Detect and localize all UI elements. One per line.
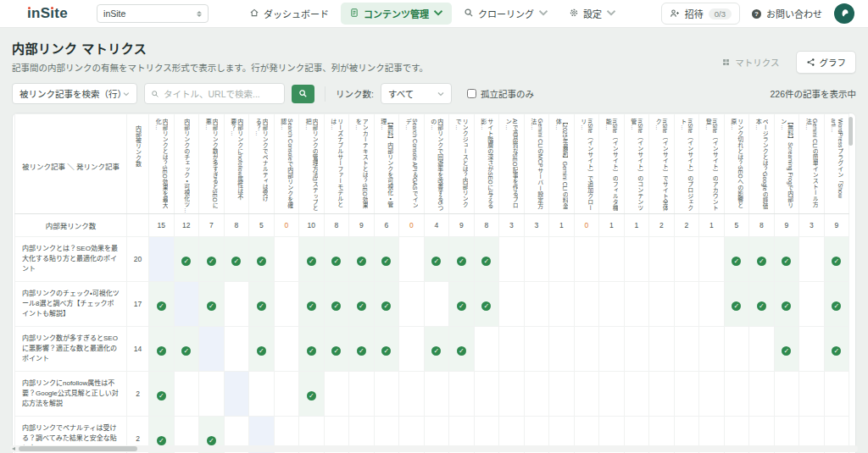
horizontal-scrollbar[interactable]	[10, 445, 858, 452]
vertical-scrollbar[interactable]	[849, 117, 853, 146]
matrix-row: 内部リンクのチェック・可視化ツール8選と調べ方【チェックポイントも解説】17✓✓…	[15, 282, 849, 327]
grid-icon	[721, 58, 731, 67]
outbound-count-value: 6	[374, 214, 399, 237]
link-cell-empty	[799, 282, 825, 327]
outbound-count-value: 1	[624, 214, 649, 237]
article-column-header[interactable]: 内部リンクにnofollow属性は不要？…	[224, 114, 249, 214]
link-cell-checked: ✓	[324, 327, 349, 372]
link-count-select[interactable]: すべて	[381, 83, 452, 104]
link-cell-checked: ✓	[724, 237, 749, 282]
link-cell-empty	[499, 237, 525, 282]
check-icon: ✓	[257, 346, 266, 356]
link-cell-empty	[674, 282, 699, 327]
nav-item-1[interactable]: コンテンツ管理	[341, 3, 452, 25]
link-cell-checked: ✓	[449, 237, 475, 282]
article-column-header[interactable]: inSite（インサイト）のアカウント登…	[699, 114, 725, 214]
matrix-view-button[interactable]: マトリクス	[712, 52, 788, 73]
article-column-header[interactable]: 内部リンクの管理方法3ステップと把…	[299, 114, 325, 214]
article-column-header[interactable]: 内部リンクのチェック・可視化ツ…	[174, 114, 199, 214]
app-logo[interactable]: ınSıte	[27, 5, 68, 22]
article-column-header[interactable]: 【無料】内部リンクを可視化・管理…	[374, 114, 399, 214]
link-cell-checked: ✓	[199, 282, 225, 327]
article-column-header[interactable]: ページランクとは？Googleの評価本…	[749, 114, 775, 214]
contact-label: お問い合わせ	[766, 7, 822, 20]
article-column-header[interactable]: アンカーテキストとは？SEO効果を…	[349, 114, 375, 214]
article-row-label[interactable]: 内部リンクのチェック・可視化ツール8選と調べ方【チェックポイントも解説】	[15, 282, 127, 327]
check-icon: ✓	[431, 346, 441, 356]
article-column-header[interactable]: 【2025年最新】Gemini CLIの料金体…	[549, 114, 575, 214]
article-row-label[interactable]: 内部リンクとは？SEO効果を最大化する貼り方と最適化のポイント	[15, 237, 127, 282]
link-cell-empty	[274, 282, 299, 327]
check-icon: ✓	[207, 301, 216, 311]
nav-item-2[interactable]: クローリング	[455, 3, 557, 25]
avatar[interactable]	[834, 3, 854, 24]
search-icon	[151, 90, 159, 98]
article-column-header[interactable]: inSite（インサイト）で追加クローリ…	[574, 114, 599, 214]
article-column-header[interactable]: Search Consoleで内部リンクを確認…	[274, 114, 299, 214]
link-cell-empty	[549, 327, 575, 372]
article-column-header[interactable]: リンクジュースとは？内部リンクで…	[449, 114, 475, 214]
link-cell-empty	[574, 282, 599, 327]
row-search-mode-select[interactable]: 被リンク記事を検索（行）	[12, 83, 137, 104]
check-icon: ✓	[181, 257, 191, 266]
graph-view-button[interactable]: グラフ	[796, 51, 857, 74]
inbound-count-value: 20	[127, 237, 149, 282]
link-cell-empty	[749, 372, 775, 417]
link-cell-empty	[324, 372, 349, 417]
chevron-down-icon	[123, 91, 130, 97]
article-row-label[interactable]: 内部リンク数が多すぎるとSEOに悪影響？適正な数と最適化のポイント	[15, 327, 127, 372]
article-column-header[interactable]: inSite（インサイト）のフィルタ機能…	[599, 114, 625, 214]
link-cell-empty	[699, 327, 725, 372]
link-cell-empty	[599, 327, 625, 372]
article-column-header[interactable]: inSite（インサイト）でサイト全体ク…	[649, 114, 675, 214]
page-subtitle: 記事間の内部リンクの有無をマトリクス形式で表示します。行が発リンク記事、列が被リ…	[12, 61, 428, 74]
link-cell-empty	[799, 237, 825, 282]
article-column-header[interactable]: 内部リンクとは？SEO効果を最大化…	[149, 114, 175, 214]
article-column-header[interactable]: Gemini CLIの簡単インストール方法…	[799, 114, 825, 214]
article-column-header[interactable]: 内部リンクで回遊率を改善する5つの…	[424, 114, 449, 214]
outbound-count-value: 8	[749, 214, 775, 237]
nav-item-label: 設定	[583, 7, 602, 20]
link-cell-empty	[549, 237, 575, 282]
link-cell-empty	[349, 372, 375, 417]
project-select[interactable]: inSite	[97, 4, 209, 23]
article-row-label[interactable]: 内部リンクにnofollow属性は不要？Google公式見解と正しい対応方法を解…	[15, 372, 127, 417]
search-input[interactable]	[164, 89, 278, 99]
link-cell-empty	[799, 372, 825, 417]
invite-button[interactable]: 招待 0/3	[661, 3, 740, 25]
home-icon	[249, 8, 259, 19]
link-cell-empty	[499, 327, 525, 372]
article-column-header[interactable]: サイト階層の深さがSEOに与える影…	[474, 114, 499, 214]
link-cell-checked: ✓	[824, 327, 849, 372]
link-cell-empty	[449, 372, 475, 417]
article-column-header[interactable]: 【無料】Screaming Frogで内部リン…	[774, 114, 799, 214]
link-cell-checked: ✓	[774, 282, 799, 327]
article-column-header[interactable]: 内部リンク数が多すぎるとSEOに悪…	[199, 114, 225, 214]
article-column-header[interactable]: 内部リンクでペナルティは受ける？…	[249, 114, 275, 214]
outbound-count-value: 3	[499, 214, 525, 237]
isolated-only-checkbox[interactable]: 孤立記事のみ	[467, 87, 534, 100]
horizontal-scrollbar-thumb[interactable]	[19, 446, 137, 451]
article-column-header[interactable]: inSite（インサイト）のコンテンツ管…	[624, 114, 649, 214]
isolated-only-input[interactable]	[467, 89, 476, 98]
nav-item-3[interactable]: 設定	[560, 3, 625, 25]
contact-link[interactable]: ? お問い合わせ	[752, 7, 822, 20]
check-icon: ✓	[307, 257, 316, 266]
isolated-only-label: 孤立記事のみ	[481, 87, 534, 100]
article-column-header[interactable]: Search Console API＆GASでインデ…	[399, 114, 425, 214]
article-column-header[interactable]: inSite（インサイト）のプロジェクト…	[674, 114, 699, 214]
brand-leaf-icon	[837, 7, 851, 20]
link-cell-empty	[274, 327, 299, 372]
search-button[interactable]	[292, 85, 314, 103]
link-cell-empty	[574, 372, 599, 417]
link-cell-empty	[574, 237, 599, 282]
nav-item-0[interactable]: ダッシュボード	[241, 3, 337, 25]
article-column-header[interactable]: AIで高品質なSEO記事を作るプロン…	[499, 114, 525, 214]
check-icon: ✓	[231, 257, 241, 266]
article-column-header[interactable]: Gemini CLIのMCPサーバー設定方法…	[524, 114, 549, 214]
check-icon: ✓	[832, 257, 841, 266]
article-column-header[interactable]: WordPressプラグイン「Show arti…	[824, 114, 849, 214]
article-column-header[interactable]: リンク切れとは？SEOへの影響と原…	[724, 114, 749, 214]
article-column-header[interactable]: リーズナブルサーファーモデルとは…	[324, 114, 349, 214]
link-cell-checked: ✓	[474, 237, 499, 282]
